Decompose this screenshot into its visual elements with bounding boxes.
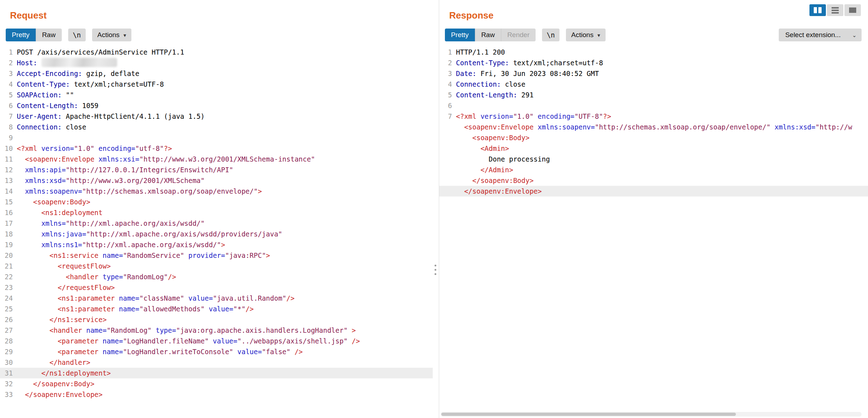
line-content[interactable]: xmlns:api="http://127.0.0.1/Integrics/En… [17,164,233,175]
request-newline-toggle[interactable]: \n [68,29,86,41]
code-line[interactable]: 8Connection: close [0,122,433,132]
code-line[interactable]: 32 </soapenv:Body> [0,378,433,389]
line-content[interactable]: <soapenv:Envelope xmlns:soapenv="http://… [456,122,852,132]
code-line[interactable]: 20 <ns1:service name="RandomService" pro… [0,250,433,261]
line-content[interactable]: HTTP/1.1 200 [456,47,505,57]
code-line[interactable]: 29 <parameter name="LogHandler.writeToCo… [0,346,433,357]
code-line[interactable]: </soapenv:Envelope> [439,186,868,197]
code-line[interactable]: 18 xmlns:java="http://xml.apache.org/axi… [0,229,433,239]
code-line[interactable]: 4Connection: close [439,79,868,90]
line-content[interactable]: SOAPAction: "" [17,90,74,100]
code-line[interactable]: 4Content-Type: text/xml;charset=UTF-8 [0,79,433,90]
code-line[interactable]: 11 <soapenv:Envelope xmlns:xsi="http://w… [0,154,433,164]
code-line[interactable]: 10<?xml version="1.0" encoding="utf-8"?> [0,143,433,154]
code-line[interactable]: 5Content-Length: 291 [439,90,868,100]
line-content[interactable]: <soapenv:Body> [17,197,90,207]
code-line[interactable]: 3Date: Fri, 30 Jun 2023 08:40:52 GMT [439,68,868,79]
scrollbar-thumb[interactable] [441,413,736,416]
code-line[interactable]: <Admin> [439,143,868,154]
line-content[interactable]: Host: [17,57,117,68]
code-line[interactable]: 6Content-Length: 1059 [0,100,433,111]
line-content[interactable]: </Admin> [456,164,513,175]
code-line[interactable]: 31 </ns1:deployment> [0,368,433,378]
select-extension-button[interactable]: Select extension... [779,29,847,41]
response-actions-button[interactable]: Actions ▾ [566,29,606,41]
code-line[interactable]: 6 [439,100,868,111]
request-tab-raw[interactable]: Raw [36,29,62,41]
line-content[interactable]: Accept-Encoding: gzip, deflate [17,68,139,79]
line-content[interactable]: <ns1:service name="RandomService" provid… [17,250,270,261]
code-line[interactable]: 24 <ns1:parameter name="className" value… [0,293,433,304]
code-line[interactable]: 15 <soapenv:Body> [0,197,433,207]
line-content[interactable]: </handler> [17,357,90,368]
code-line[interactable]: 19 xmlns:ns1="http://xml.apache.org/axis… [0,239,433,250]
line-content[interactable]: <?xml version="1.0" encoding="UTF-8"?> [456,111,611,122]
code-line[interactable]: 7<?xml version="1.0" encoding="UTF-8"?> [439,111,868,122]
line-content[interactable]: <?xml version="1.0" encoding="utf-8"?> [17,143,172,154]
code-line[interactable]: Done processing [439,154,868,164]
line-content[interactable]: xmlns:xsd="http://www.w3.org/2001/XMLSch… [17,175,205,186]
select-extension-chevron-button[interactable]: ⌄ [847,29,862,41]
line-content[interactable]: <parameter name="LogHandler.fileName" va… [17,336,360,346]
pane-splitter[interactable] [433,0,439,418]
line-content[interactable]: User-Agent: Apache-HttpClient/4.1.1 (jav… [17,111,205,122]
line-content[interactable]: </requestFlow> [17,282,115,293]
line-content[interactable]: <soapenv:Body> [456,132,530,143]
code-line[interactable]: 7User-Agent: Apache-HttpClient/4.1.1 (ja… [0,111,433,122]
response-horizontal-scrollbar[interactable] [441,412,862,417]
code-line[interactable]: 16 <ns1:deployment [0,207,433,218]
response-editor[interactable]: 1HTTP/1.1 2002Content-Type: text/xml;cha… [439,47,868,418]
line-content[interactable]: <parameter name="LogHandler.writeToConso… [17,346,303,357]
code-line[interactable]: 27 <handler name="RandomLog" type="java:… [0,325,433,336]
code-line[interactable]: 13 xmlns:xsd="http://www.w3.org/2001/XML… [0,175,433,186]
code-line[interactable]: 30 </handler> [0,357,433,368]
code-line[interactable]: 2Content-Type: text/xml;charset=utf-8 [439,57,868,68]
line-content[interactable]: POST /axis/services/AdminService HTTP/1.… [17,47,184,57]
line-content[interactable]: Content-Length: 1059 [17,100,99,111]
code-line[interactable]: </Admin> [439,164,868,175]
code-line[interactable]: 25 <ns1:parameter name="allowedMethods" … [0,304,433,314]
line-content[interactable]: <requestFlow> [17,261,111,271]
line-content[interactable]: Connection: close [17,122,86,132]
code-line[interactable]: 26 </ns1:service> [0,314,433,325]
code-line[interactable]: 12 xmlns:api="http://127.0.0.1/Integrics… [0,164,433,175]
request-actions-button[interactable]: Actions ▾ [92,29,132,41]
code-line[interactable]: </soapenv:Body> [439,175,868,186]
line-content[interactable]: <soapenv:Envelope xmlns:xsi="http://www.… [17,154,315,164]
line-content[interactable]: Content-Type: text/xml;charset=UTF-8 [17,79,164,90]
line-content[interactable]: <Admin> [456,143,509,154]
line-content[interactable]: </soapenv:Body> [456,175,533,186]
line-content[interactable]: Done processing [456,154,550,164]
code-line[interactable]: 1POST /axis/services/AdminService HTTP/1… [0,47,433,57]
code-line[interactable]: 5SOAPAction: "" [0,90,433,100]
line-content[interactable]: <ns1:parameter name="allowedMethods" val… [17,304,254,314]
code-line[interactable]: 3Accept-Encoding: gzip, deflate [0,68,433,79]
line-content[interactable]: </soapenv:Body> [17,378,94,389]
line-content[interactable]: <handler name="RandomLog" type="java:org… [17,325,356,336]
response-newline-toggle[interactable]: \n [542,29,560,41]
line-content[interactable]: </ns1:deployment> [17,368,111,378]
response-tab-raw[interactable]: Raw [475,29,501,41]
code-line[interactable]: 17 xmlns="http://xml.apache.org/axis/wsd… [0,218,433,229]
line-content[interactable]: </ns1:service> [17,314,107,325]
single-view-button[interactable] [844,4,861,16]
code-line[interactable]: 2Host: [0,57,433,68]
request-tab-pretty[interactable]: Pretty [6,29,36,41]
code-line[interactable]: 9 [0,132,433,143]
code-line[interactable]: 33 </soapenv:Envelope> [0,389,433,400]
line-content[interactable]: xmlns="http://xml.apache.org/axis/wsdd/" [17,218,205,229]
line-content[interactable]: xmlns:soapenv="http://schemas.xmlsoap.or… [17,186,262,197]
request-editor[interactable]: 1POST /axis/services/AdminService HTTP/1… [0,47,433,418]
line-content[interactable]: <ns1:parameter name="className" value="j… [17,293,295,304]
split-columns-view-button[interactable] [809,4,826,16]
code-line[interactable]: 21 <requestFlow> [0,261,433,271]
line-content[interactable]: </soapenv:Envelope> [17,389,102,400]
response-tab-pretty[interactable]: Pretty [445,29,475,41]
line-content[interactable]: <handler type="RandomLog"/> [17,271,176,282]
code-line[interactable]: 14 xmlns:soapenv="http://schemas.xmlsoap… [0,186,433,197]
code-line[interactable]: <soapenv:Body> [439,132,868,143]
line-content[interactable]: <ns1:deployment [17,207,102,218]
line-content[interactable]: </soapenv:Envelope> [456,186,542,197]
line-content[interactable]: xmlns:ns1="http://xml.apache.org/axis/ws… [17,239,225,250]
line-content[interactable]: Connection: close [456,79,525,90]
